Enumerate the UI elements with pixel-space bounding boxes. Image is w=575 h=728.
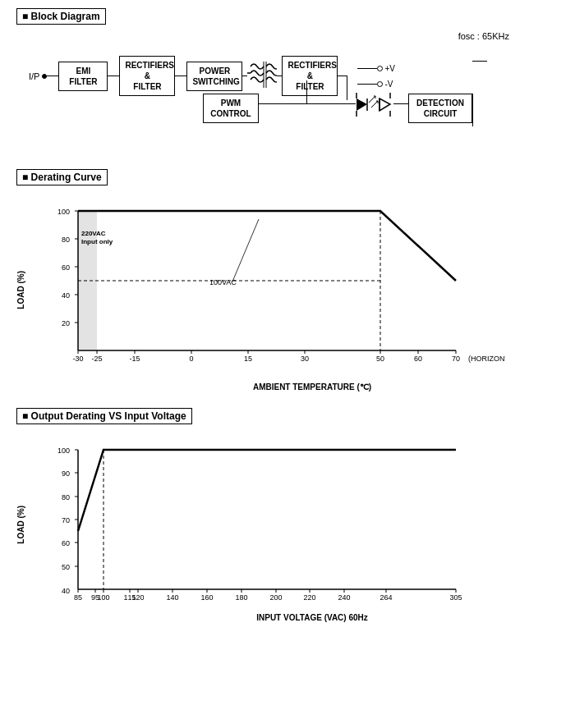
- rectifiers-filter-box-2: RECTIFIERS & FILTER: [282, 56, 338, 96]
- svg-text:100: 100: [58, 446, 70, 455]
- svg-text:-15: -15: [129, 355, 140, 363]
- svg-marker-12: [380, 98, 390, 111]
- svg-text:160: 160: [200, 593, 213, 602]
- block-diagram-title: ■ Block Diagram: [16, 8, 106, 25]
- derating-curve-title: ■ Derating Curve: [16, 169, 108, 185]
- svg-text:20: 20: [62, 319, 70, 327]
- svg-text:240: 240: [338, 593, 350, 602]
- svg-text:40: 40: [62, 291, 70, 300]
- output-plus-v: +V: [384, 64, 395, 73]
- derating-chart-area: 20 40 60 80 100 -30 -25 -15: [29, 199, 505, 381]
- output-derating-x-axis-label: INPUT VOLTAGE (VAC) 60Hz: [66, 613, 559, 622]
- svg-text:15: 15: [244, 355, 252, 363]
- svg-text:264: 264: [380, 593, 392, 602]
- svg-text:60: 60: [62, 539, 70, 547]
- derating-curve-svg: 20 40 60 80 100 -30 -25 -15: [29, 199, 505, 379]
- svg-line-6: [369, 96, 375, 103]
- output-derating-y-axis-label: LOAD (%): [16, 506, 25, 544]
- svg-text:60: 60: [414, 355, 422, 363]
- svg-text:85: 85: [74, 593, 82, 602]
- svg-text:220VAC: 220VAC: [81, 230, 106, 237]
- power-switching-box: POWER SWITCHING: [186, 62, 242, 91]
- ip-label: I/P: [29, 71, 39, 81]
- pwm-control-box: PWM CONTROL: [203, 94, 259, 123]
- svg-text:80: 80: [62, 493, 70, 501]
- svg-text:220: 220: [303, 593, 315, 602]
- svg-text:60: 60: [62, 263, 70, 272]
- rectifiers-filter-box-1: RECTIFIERS & FILTER: [119, 56, 175, 96]
- svg-text:100: 100: [58, 208, 70, 216]
- output-derating-chart-area: 50 60 70 80 90 100 40 85 95 100: [29, 437, 505, 611]
- output-derating-svg: 50 60 70 80 90 100 40 85 95 100: [29, 437, 505, 610]
- svg-text:100: 100: [97, 593, 109, 602]
- svg-text:70: 70: [452, 355, 460, 363]
- detection-circuit-box: DETECTION CIRCUIT: [408, 94, 472, 123]
- svg-text:Input only: Input only: [81, 238, 113, 245]
- svg-text:140: 140: [166, 593, 178, 602]
- fosc-label: fosc : 65KHz: [16, 31, 559, 41]
- svg-line-57: [232, 219, 259, 282]
- output-derating-section: ■ Output Derating VS Input Voltage LOAD …: [16, 408, 559, 622]
- svg-text:(HORIZONTAL): (HORIZONTAL): [468, 355, 505, 363]
- svg-line-9: [371, 101, 378, 108]
- block-diagram-section: ■ Block Diagram fosc : 65KHz I/P EMI FIL…: [16, 8, 559, 153]
- svg-text:90: 90: [62, 469, 70, 478]
- svg-marker-4: [356, 98, 367, 111]
- svg-text:120: 120: [131, 593, 144, 602]
- derating-x-axis-label: AMBIENT TEMPERATURE (℃): [66, 382, 559, 391]
- derating-y-axis-label: LOAD (%): [16, 271, 25, 309]
- optocoupler-symbol: [352, 86, 393, 123]
- svg-text:70: 70: [62, 516, 70, 524]
- svg-text:0: 0: [189, 355, 193, 363]
- emi-filter-box: EMI FILTER: [58, 62, 108, 91]
- svg-text:200: 200: [269, 593, 282, 602]
- svg-text:-25: -25: [91, 355, 102, 363]
- svg-text:-30: -30: [72, 355, 83, 363]
- svg-text:180: 180: [235, 593, 247, 602]
- svg-text:305: 305: [449, 593, 462, 602]
- svg-text:100VAC: 100VAC: [209, 278, 237, 286]
- transformer-symbol: [247, 58, 277, 94]
- output-derating-title: ■ Output Derating VS Input Voltage: [16, 408, 192, 424]
- svg-text:40: 40: [62, 587, 70, 595]
- svg-text:50: 50: [62, 563, 70, 571]
- svg-text:30: 30: [301, 355, 309, 363]
- derating-curve-section: ■ Derating Curve LOAD (%) 20 40: [16, 169, 559, 391]
- svg-text:80: 80: [62, 236, 70, 244]
- output-derating-chart-wrapper: LOAD (%) 50: [16, 437, 559, 611]
- derating-chart-wrapper: LOAD (%) 20 40 60: [16, 199, 559, 381]
- svg-text:50: 50: [376, 355, 384, 363]
